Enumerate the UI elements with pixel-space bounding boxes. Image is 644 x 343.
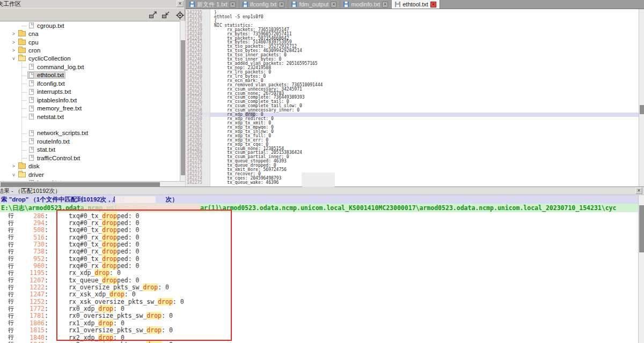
row-line-number: 1781: [16, 312, 45, 319]
result-row-line-952[interactable]: 行952:txq#0_tx_dropped: 0: [0, 255, 644, 262]
tree-item-netstat-txt[interactable]: netstat.txt: [0, 113, 180, 121]
tab-close-icon[interactable]: ×: [382, 2, 388, 8]
scrollbar-thumb[interactable]: [181, 40, 185, 175]
workspace-panel: 夹工作区 × cgroup.txt>cna>cpu>cronvcyclicCol…: [0, 0, 185, 187]
tree-item-label-wrap: cron: [17, 47, 41, 54]
result-row-line-294[interactable]: 行294:rxq#0_rx_dropped: 0: [0, 219, 644, 226]
folder-icon: [18, 48, 26, 53]
tree-item-command-log-txt[interactable]: command_log.txt: [0, 63, 180, 71]
tree-item-memory-free-txt[interactable]: memory_free.txt: [0, 104, 180, 112]
search-hit-highlight: drop: [143, 284, 158, 291]
file-icon: [29, 147, 34, 153]
tree-horizontal-scrollbar[interactable]: [0, 181, 185, 187]
tree-item-cpu[interactable]: >cpu: [0, 38, 180, 46]
file-icon: [29, 72, 34, 78]
tab-close-icon[interactable]: ×: [331, 2, 336, 8]
folder-icon: [18, 31, 26, 36]
file-icon: [29, 138, 34, 144]
tree-item-iptablesinfo-txt[interactable]: iptablesInfo.txt: [0, 96, 180, 104]
tree-item-label: cgroup.txt: [37, 23, 64, 29]
tab-label: modinfo.txt: [351, 1, 380, 8]
tree-item-cycliccollection[interactable]: vcyclicCollection: [0, 55, 180, 63]
results-close-icon[interactable]: ×: [635, 188, 642, 194]
tree-item-network-scripts-txt[interactable]: network_scripts.txt: [0, 129, 180, 137]
results-header-bar: 结果 - （匹配10192次） ×: [0, 187, 644, 195]
tab-close-icon[interactable]: ×: [230, 2, 236, 8]
row-match-text: rxq#0_rx_dropped: 0: [69, 248, 140, 255]
workspace-close-icon[interactable]: ×: [177, 1, 184, 7]
tree-item-label: cyclicCollection: [28, 55, 71, 62]
chevron-down-icon[interactable]: v: [11, 172, 17, 177]
result-row-line-960[interactable]: 行960:rxq#0_rx_dropped: 0: [0, 262, 644, 269]
tree-vertical-scrollbar[interactable]: [180, 21, 185, 181]
expand-windows-icon[interactable]: [148, 11, 158, 19]
row-line-number: 508: [16, 226, 45, 234]
result-row-line-508[interactable]: 行508:txq#0_tx_dropped: 0: [0, 227, 644, 234]
scrollbar-thumb[interactable]: [1, 182, 160, 187]
result-row-line-1195[interactable]: 行1195:rx_xdp_drop: 0: [0, 270, 644, 277]
result-row-line-1222[interactable]: 行1222:rx_oversize_pkts_sw_drop: 0: [0, 284, 644, 290]
tab-ethtool-txt[interactable]: ethtool.txt×: [392, 0, 440, 9]
tab-fdm-output[interactable]: fdm_output×: [288, 0, 340, 9]
tree-item-label: disk: [28, 163, 39, 169]
row-line-number: 1207: [16, 277, 45, 284]
file-icon: [29, 89, 34, 95]
search-hit-highlight: drop: [98, 305, 113, 312]
row-colon: :: [45, 219, 48, 227]
tree-item-label: memory_free.txt: [37, 105, 82, 111]
tree-item-routeinfo-txt[interactable]: routeInfo.txt: [0, 137, 180, 145]
tab-1-txt[interactable]: 新文件 1.txt×: [186, 0, 239, 9]
tree-item-interrupts-txt[interactable]: interrupts.txt: [0, 88, 180, 96]
tree-item-disk[interactable]: >disk: [0, 162, 180, 170]
result-row-line-1815[interactable]: 行1815:rx1_oversize_pkts_sw_drop: 0: [0, 327, 644, 334]
tree-item-label-wrap: ifconfig.txt: [28, 80, 66, 87]
row-line-number: 738: [16, 248, 45, 255]
result-row-line-1849[interactable]: 行1849:rx2_oversize_pkts_sw_drop: 0: [0, 341, 644, 343]
save-floppy-icon: [343, 2, 349, 7]
tab-label: ethtool.txt: [402, 1, 428, 8]
result-row-line-1806[interactable]: 行1806:rx1_xdp_drop: 0: [0, 319, 644, 326]
locate-target-icon[interactable]: [175, 11, 185, 19]
row-colon: :: [45, 234, 48, 241]
scrollbar-thumb[interactable]: [639, 205, 644, 252]
editor-vertical-scrollbar[interactable]: [639, 9, 644, 187]
result-row-line-1772[interactable]: 行1772:rx0_xdp_drop: 0: [0, 305, 644, 312]
result-row-line-1781[interactable]: 行1781:rx0_oversize_pkts_sw_drop: 0: [0, 312, 644, 319]
chevron-right-icon[interactable]: >: [11, 40, 17, 45]
results-vertical-scrollbar[interactable]: [638, 195, 644, 343]
result-row-line-738[interactable]: 行738:rxq#0_rx_dropped: 0: [0, 248, 644, 255]
tree-item-ifconfig-txt[interactable]: ifconfig.txt: [0, 79, 180, 87]
tree-item-trafficcontrol-txt[interactable]: trafficControl.txt: [0, 154, 180, 162]
row-match-text: tx_queue_dropped: 0: [69, 277, 140, 284]
tab-modinfo-txt[interactable]: modinfo.txt×: [340, 0, 392, 9]
chevron-right-icon[interactable]: >: [11, 48, 17, 53]
row-match-text: rxq#0_rx_dropped: 0: [69, 234, 140, 241]
chevron-right-icon[interactable]: >: [11, 163, 17, 169]
result-row-line-1840[interactable]: 行1840:rx2_xdp_drop: 0: [0, 334, 644, 341]
chevron-down-icon[interactable]: v: [11, 56, 17, 61]
result-row-line-516[interactable]: 行516:rxq#0_rx_dropped: 0: [0, 234, 644, 241]
row-match-text: rx_oversize_pkts_sw_drop: 0: [69, 284, 169, 291]
tab-ifconfig-txt[interactable]: ifconfig.txt×: [239, 0, 289, 9]
tree-item-cgroup-txt[interactable]: cgroup.txt: [0, 21, 180, 29]
result-row-line-1252[interactable]: 行1252:rx_xsk_oversize_pkts_sw_drop: 0: [0, 298, 644, 305]
result-row-line-1247[interactable]: 行1247:rx_xsk_xdp_drop: 0: [0, 291, 644, 298]
tab-close-icon[interactable]: ×: [430, 2, 436, 8]
result-row-line-286[interactable]: 行286:txq#0_tx_dropped: 0: [0, 212, 644, 219]
chevron-right-icon[interactable]: >: [11, 31, 17, 36]
result-row-line-1207[interactable]: 行1207:tx_queue_dropped: 0: [0, 277, 644, 284]
tab-close-icon[interactable]: ×: [279, 2, 284, 8]
result-row-line-730[interactable]: 行730:txq#0_tx_dropped: 0: [0, 241, 644, 248]
row-line-number: 730: [16, 241, 45, 248]
collapse-windows-icon[interactable]: [161, 11, 171, 19]
tree-item-stat-txt[interactable]: stat.txt: [0, 146, 180, 154]
row-colon: :: [45, 248, 48, 255]
tree-item-driver[interactable]: vdriver: [0, 170, 180, 178]
scrollbar-thumb[interactable]: [640, 105, 644, 114]
tree-item-cron[interactable]: >cron: [0, 46, 180, 54]
search-hit-highlight: drop: [102, 219, 117, 227]
editor-area[interactable]: 142235}142236ethtool -S enp1s0f0142237{1…: [186, 9, 639, 187]
tree-item-cna[interactable]: >cna: [0, 29, 180, 38]
tree-item-ethtool-txt[interactable]: ethtool.txt: [0, 71, 180, 79]
tree-item-label: cpu: [28, 39, 39, 46]
